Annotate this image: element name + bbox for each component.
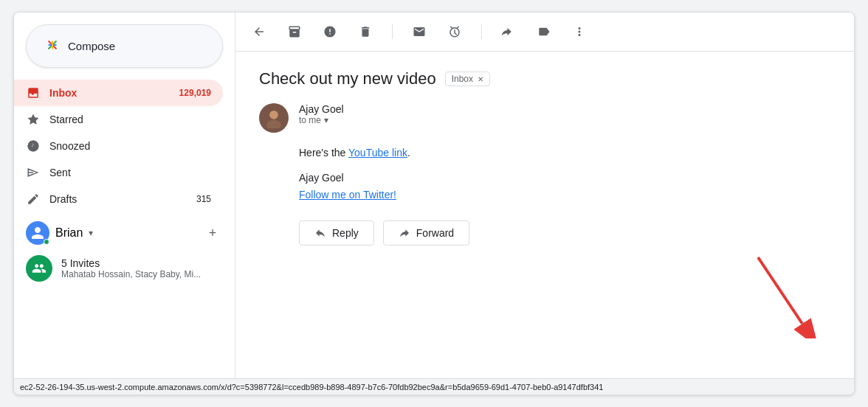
invites-title: 5 Invites bbox=[61, 257, 201, 269]
inbox-badge-label: Inbox bbox=[452, 74, 473, 84]
sent-label: Sent bbox=[49, 167, 71, 178]
sidebar: Compose Inbox 129,019 Starred bbox=[14, 13, 235, 378]
sent-icon bbox=[26, 165, 41, 180]
inbox-label: Inbox bbox=[49, 87, 77, 99]
compose-label: Compose bbox=[68, 40, 115, 52]
email-subject: Check out my new video bbox=[259, 69, 436, 88]
toolbar-divider-1 bbox=[392, 24, 393, 39]
snooze-button[interactable] bbox=[443, 20, 466, 44]
compose-plus-icon bbox=[44, 37, 61, 55]
sender-avatar bbox=[259, 103, 289, 133]
email-toolbar bbox=[235, 13, 854, 52]
clock-icon bbox=[26, 139, 41, 153]
main-content: Compose Inbox 129,019 Starred bbox=[14, 13, 854, 378]
sender-info: Ajay Goel to me ▾ bbox=[299, 103, 344, 125]
move-button[interactable] bbox=[497, 20, 520, 44]
mark-unread-button[interactable] bbox=[407, 20, 431, 44]
red-arrow bbox=[736, 243, 824, 341]
drafts-icon bbox=[26, 192, 41, 206]
sidebar-item-snoozed[interactable]: Snoozed bbox=[14, 133, 223, 159]
body-suffix: . bbox=[407, 147, 410, 159]
sidebar-item-starred[interactable]: Starred bbox=[14, 106, 223, 133]
compose-button[interactable]: Compose bbox=[26, 24, 223, 68]
starred-label: Starred bbox=[49, 114, 83, 125]
email-header: Ajay Goel to me ▾ bbox=[259, 103, 830, 133]
toolbar-divider-2 bbox=[481, 24, 482, 39]
invites-item[interactable]: 5 Invites Mahatab Hossain, Stacy Baby, M… bbox=[14, 251, 235, 286]
invites-icon bbox=[26, 255, 52, 282]
svg-line-12 bbox=[758, 257, 802, 324]
email-body: Here's the YouTube link. Ajay Goel Follo… bbox=[299, 145, 830, 203]
svg-point-10 bbox=[269, 111, 278, 119]
email-subject-row: Check out my new video Inbox ✕ bbox=[259, 69, 830, 88]
email-body-text: Here's the YouTube link. bbox=[299, 145, 830, 161]
reply-label: Reply bbox=[332, 227, 359, 239]
sidebar-item-drafts[interactable]: Drafts 315 bbox=[14, 186, 223, 212]
archive-button[interactable] bbox=[283, 20, 306, 44]
inbox-icon bbox=[26, 86, 41, 100]
twitter-link[interactable]: Follow me on Twitter! bbox=[299, 189, 396, 201]
invites-text: 5 Invites Mahatab Hossain, Stacy Baby, M… bbox=[61, 257, 201, 279]
spam-button[interactable] bbox=[318, 20, 342, 44]
sidebar-item-inbox[interactable]: Inbox 129,019 bbox=[14, 80, 223, 106]
inbox-badge[interactable]: Inbox ✕ bbox=[445, 72, 490, 86]
label-button[interactable] bbox=[532, 20, 556, 44]
account-name: Brian bbox=[55, 226, 83, 240]
drafts-count: 315 bbox=[196, 194, 211, 204]
account-section[interactable]: Brian ▾ + bbox=[14, 215, 235, 251]
sender-dropdown-icon[interactable]: ▾ bbox=[324, 115, 328, 125]
drafts-label: Drafts bbox=[49, 193, 77, 205]
invites-subtitle: Mahatab Hossain, Stacy Baby, Mi... bbox=[61, 269, 201, 279]
online-indicator bbox=[44, 239, 49, 245]
sender-to: to me ▾ bbox=[299, 115, 344, 125]
star-icon bbox=[26, 112, 41, 127]
sidebar-item-sent[interactable]: Sent bbox=[14, 159, 223, 186]
signature-name: Ajay Goel bbox=[299, 172, 344, 184]
status-url: ec2-52-26-194-35.us-west-2.compute.amazo… bbox=[20, 383, 603, 392]
sender-to-label: to me bbox=[299, 115, 321, 125]
forward-label: Forward bbox=[416, 227, 454, 239]
gmail-window: Compose Inbox 129,019 Starred bbox=[13, 12, 855, 395]
inbox-count: 129,019 bbox=[179, 88, 211, 98]
snoozed-label: Snoozed bbox=[49, 140, 90, 152]
delete-button[interactable] bbox=[354, 20, 377, 44]
inbox-badge-close-icon[interactable]: ✕ bbox=[478, 75, 483, 83]
email-signature: Ajay Goel Follow me on Twitter! bbox=[299, 170, 830, 203]
forward-button[interactable]: Forward bbox=[383, 220, 469, 246]
body-prefix: Here's the bbox=[299, 147, 348, 159]
more-button[interactable] bbox=[568, 20, 591, 44]
svg-point-9 bbox=[266, 120, 281, 128]
reply-button[interactable]: Reply bbox=[299, 220, 374, 246]
sender-name: Ajay Goel bbox=[299, 103, 344, 115]
add-account-button[interactable]: + bbox=[202, 223, 223, 243]
account-avatar bbox=[26, 221, 49, 245]
email-view-wrapper: Check out my new video Inbox ✕ bbox=[235, 13, 854, 378]
youtube-link[interactable]: YouTube link bbox=[348, 147, 407, 159]
account-chevron-icon: ▾ bbox=[89, 228, 93, 238]
status-bar: ec2-52-26-194-35.us-west-2.compute.amazo… bbox=[14, 378, 854, 394]
back-button[interactable] bbox=[247, 20, 271, 44]
